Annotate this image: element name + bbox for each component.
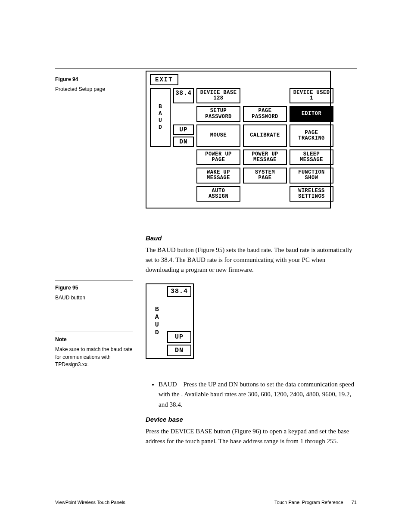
figure-95-caption: BAUD button [55, 294, 133, 302]
protected-setup-panel: EXIT BAUD 38.4 DEVICE BASE128 DEVICE USE… [146, 71, 331, 208]
device-used-button[interactable]: DEVICE USED1 [290, 88, 333, 103]
power-up-page-button[interactable]: POWER UPPAGE [196, 149, 240, 165]
baud-bullet-term: BAUD [159, 381, 177, 388]
baud-section-paragraph: The BAUD button (Figure 95) sets the bau… [146, 245, 358, 275]
baud-bullet-text: Press the UP and DN buttons to set the d… [159, 381, 354, 408]
baud-label-vertical: BAUD [150, 88, 171, 147]
system-page-button[interactable]: SYSTEMPAGE [243, 168, 287, 183]
baud-rate-display: 38.4 [173, 88, 194, 103]
wake-up-message-button[interactable]: WAKE UPMESSAGE [196, 168, 240, 183]
page-top-rule [55, 68, 357, 68]
baud-dn-button[interactable]: DN [173, 137, 194, 147]
baud-bullet: BAUD Press the UP and DN buttons to set … [159, 380, 358, 410]
footer-right: Touch Panel Program Reference [274, 500, 343, 505]
baud-up-button[interactable]: UP [173, 124, 194, 135]
device-base-paragraph: Press the DEVICE BASE button (Figure 96)… [146, 426, 358, 447]
note-rule [55, 332, 133, 332]
exit-button[interactable]: EXIT [150, 74, 178, 85]
figure-95-sidebar: Figure 95 BAUD button [55, 282, 133, 302]
auto-assign-button[interactable]: AUTOASSIGN [196, 186, 240, 202]
device-base-heading: Device base [146, 416, 358, 423]
figure-94-sidebar: Figure 94 Protected Setup page [55, 73, 133, 93]
baud-vertical-label: BAUD [148, 286, 165, 356]
page-footer: ViewPoint Wireless Touch Panels Touch Pa… [55, 500, 357, 505]
baud-up-button-large[interactable]: UP [167, 331, 191, 343]
calibrate-button[interactable]: CALIBRATE [243, 124, 287, 147]
figure-95-label: Figure 95 [55, 284, 133, 292]
mouse-button[interactable]: MOUSE [196, 124, 240, 147]
figure-94-caption: Protected Setup page [55, 86, 133, 93]
page-password-button[interactable]: PAGEPASSWORD [243, 106, 287, 121]
footer-page-number: 71 [352, 500, 357, 505]
figure-95-rule [55, 280, 133, 280]
baud-rate-value: 38.4 [167, 286, 191, 297]
function-show-button[interactable]: FUNCTIONSHOW [290, 168, 333, 183]
footer-left: ViewPoint Wireless Touch Panels [55, 500, 125, 505]
note-label: Note [55, 336, 133, 343]
note-sidebar: Note Make sure to match the baud rate fo… [55, 333, 133, 369]
figure-94-label: Figure 94 [55, 76, 133, 83]
page-tracking-button[interactable]: PAGETRACKING [290, 124, 333, 147]
power-up-message-button[interactable]: POWER UPMESSAGE [243, 149, 287, 165]
baud-dn-button-large[interactable]: DN [167, 345, 191, 356]
baud-section-heading: Baud [146, 234, 358, 242]
editor-button[interactable]: EDITOR [290, 106, 333, 121]
sleep-message-button[interactable]: SLEEPMESSAGE [290, 149, 333, 165]
note-body: Make sure to match the baud rate for com… [55, 346, 133, 368]
baud-button-panel: BAUD 38.4 UP DN [146, 283, 194, 359]
setup-password-button[interactable]: SETUPPASSWORD [196, 106, 240, 121]
wireless-settings-button[interactable]: WIRELESSSETTINGS [290, 186, 333, 202]
device-base-button[interactable]: DEVICE BASE128 [196, 88, 240, 103]
